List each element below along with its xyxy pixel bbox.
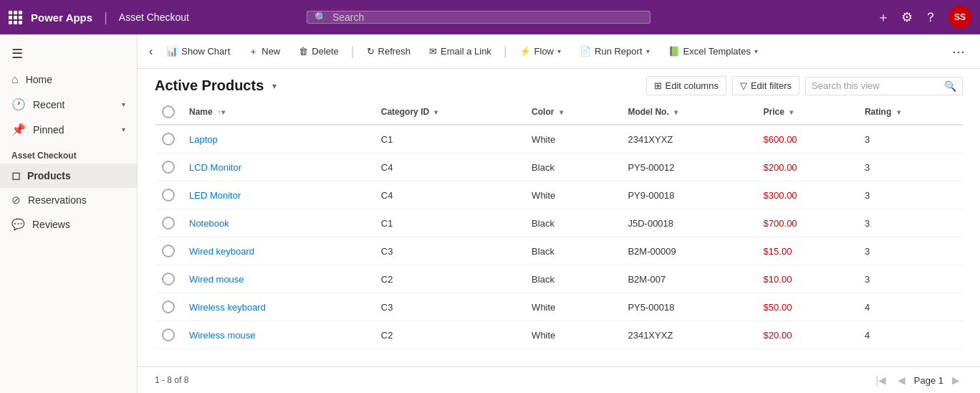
name-column-header[interactable]: Name ↑▾ (182, 100, 374, 125)
select-all-header[interactable] (155, 100, 182, 125)
row-rating-cell: 3 (858, 237, 963, 265)
row-color-cell: White (524, 181, 620, 209)
table-row: LCD Monitor C4 Black PY5-00012 $200.00 3 (155, 153, 963, 181)
report-icon: 📄 (580, 46, 591, 57)
modelno-column-header[interactable]: Model No. ▾ (620, 100, 756, 125)
sidebar-item-home[interactable]: ⌂ Home (0, 67, 137, 92)
refresh-button[interactable]: ↻ Refresh (359, 42, 419, 61)
row-price-cell: $600.00 (756, 125, 858, 153)
run-report-button[interactable]: 📄 Run Report ▾ (572, 42, 657, 61)
row-color-cell: Black (524, 237, 620, 265)
row-checkbox-cell[interactable] (155, 181, 182, 209)
grid-menu-button[interactable] (9, 11, 22, 24)
row-name-cell[interactable]: Wireless mouse (182, 321, 374, 349)
row-modelno-cell: 2341XYXZ (620, 125, 756, 153)
row-checkbox[interactable] (162, 300, 175, 313)
row-categoryid-cell: C3 (374, 237, 524, 265)
prev-page-button[interactable]: ◀ (895, 373, 908, 387)
add-button[interactable]: ＋ (877, 9, 890, 26)
row-name-cell[interactable]: Wired keyboard (182, 237, 374, 265)
row-modelno-cell: 2341XYXZ (620, 321, 756, 349)
sidebar-item-recent[interactable]: 🕐 Recent ▾ (0, 92, 137, 117)
back-button[interactable]: ‹ (149, 45, 153, 58)
row-modelno-cell: B2M-007 (620, 265, 756, 293)
flow-dropdown-arrow: ▾ (557, 47, 561, 55)
row-name-cell[interactable]: Laptop (182, 125, 374, 153)
sidebar-item-products[interactable]: ◻ Products (0, 164, 137, 188)
hamburger-button[interactable]: ☰ (0, 40, 137, 67)
settings-button[interactable]: ⚙ (901, 9, 913, 25)
row-name-cell[interactable]: LCD Monitor (182, 153, 374, 181)
row-name-cell[interactable]: Wireless keyboard (182, 293, 374, 321)
rating-column-header[interactable]: Rating ▾ (858, 100, 963, 125)
global-search[interactable]: 🔍 (307, 11, 650, 24)
row-checkbox[interactable] (162, 245, 175, 257)
price-sort-icon: ▾ (789, 108, 793, 116)
rating-sort-icon: ▾ (897, 108, 900, 116)
view-title-dropdown[interactable]: ▾ (272, 81, 277, 91)
row-name-cell[interactable]: LED Monitor (182, 181, 374, 209)
edit-filters-button[interactable]: ▽ Edit filters (732, 76, 799, 95)
select-all-checkbox[interactable] (162, 105, 175, 118)
row-checkbox[interactable] (162, 217, 175, 229)
content-area: ‹ 📊 Show Chart ＋ New 🗑 Delete | ↻ Refres… (138, 34, 980, 393)
next-page-button[interactable]: ▶ (949, 373, 963, 387)
global-search-input[interactable] (332, 11, 643, 23)
new-button[interactable]: ＋ New (241, 41, 288, 62)
modelno-col-label: Model No. (628, 107, 668, 117)
toolbar: ‹ 📊 Show Chart ＋ New 🗑 Delete | ↻ Refres… (138, 34, 980, 69)
show-chart-button[interactable]: 📊 Show Chart (158, 42, 238, 61)
row-checkbox-cell[interactable] (155, 321, 182, 349)
row-checkbox-cell[interactable] (155, 237, 182, 265)
more-options-button[interactable]: ⋯ (948, 40, 969, 63)
row-categoryid-cell: C3 (374, 293, 524, 321)
grid-icon (9, 11, 22, 24)
app-name-label: Asset Checkout (119, 11, 189, 23)
row-checkbox[interactable] (162, 161, 175, 174)
color-column-header[interactable]: Color ▾ (524, 100, 620, 125)
excel-dropdown-arrow: ▾ (754, 47, 758, 55)
row-checkbox-cell[interactable] (155, 265, 182, 293)
row-modelno-cell: J5D-00018 (620, 209, 756, 237)
nav-actions: ＋ ⚙ ？ SS (877, 6, 971, 29)
row-checkbox-cell[interactable] (155, 293, 182, 321)
sidebar-label-reviews: Reviews (32, 219, 70, 230)
edit-columns-button[interactable]: ⊞ Edit columns (646, 76, 726, 95)
flow-button[interactable]: ⚡ Flow ▾ (511, 42, 569, 61)
run-report-dropdown-arrow: ▾ (646, 47, 650, 55)
row-name-cell[interactable]: Notebook (182, 209, 374, 237)
sidebar-item-reservations[interactable]: ⊘ Reservations (0, 188, 137, 212)
row-checkbox-cell[interactable] (155, 153, 182, 181)
excel-templates-button[interactable]: 📗 Excel Templates ▾ (660, 42, 766, 61)
row-checkbox-cell[interactable] (155, 125, 182, 153)
row-checkbox[interactable] (162, 328, 175, 341)
name-col-label: Name (189, 107, 213, 117)
row-rating-cell: 3 (858, 181, 963, 209)
user-avatar[interactable]: SS (948, 6, 971, 29)
row-checkbox[interactable] (162, 273, 175, 285)
sidebar-label-home: Home (26, 74, 125, 85)
categoryid-column-header[interactable]: Category ID ▾ (374, 100, 524, 125)
search-view-input[interactable] (812, 80, 940, 91)
new-label: New (261, 46, 280, 57)
first-page-button[interactable]: |◀ (873, 373, 889, 387)
row-checkbox-cell[interactable] (155, 209, 182, 237)
reservations-icon: ⊘ (11, 194, 21, 207)
delete-button[interactable]: 🗑 Delete (291, 42, 347, 61)
table-row: Wireless keyboard C3 White PY5-00018 $50… (155, 293, 963, 321)
sidebar-item-pinned[interactable]: 📌 Pinned ▾ (0, 117, 137, 142)
row-color-cell: White (524, 321, 620, 349)
table-row: Wireless mouse C2 White 2341XYXZ $20.00 … (155, 321, 963, 349)
table-row: Wired mouse C2 Black B2M-007 $10.00 3 (155, 265, 963, 293)
row-checkbox[interactable] (162, 189, 175, 202)
row-checkbox[interactable] (162, 133, 175, 146)
email-link-button[interactable]: ✉ Email a Link (421, 42, 499, 61)
row-name-cell[interactable]: Wired mouse (182, 265, 374, 293)
categoryid-col-label: Category ID (381, 107, 429, 117)
price-column-header[interactable]: Price ▾ (756, 100, 858, 125)
sidebar-label-reservations: Reservations (28, 194, 87, 206)
help-button[interactable]: ？ (924, 9, 937, 26)
sidebar-item-reviews[interactable]: 💬 Reviews (0, 212, 137, 237)
search-view[interactable]: 🔍 (805, 77, 963, 95)
recent-icon: 🕐 (11, 98, 26, 111)
